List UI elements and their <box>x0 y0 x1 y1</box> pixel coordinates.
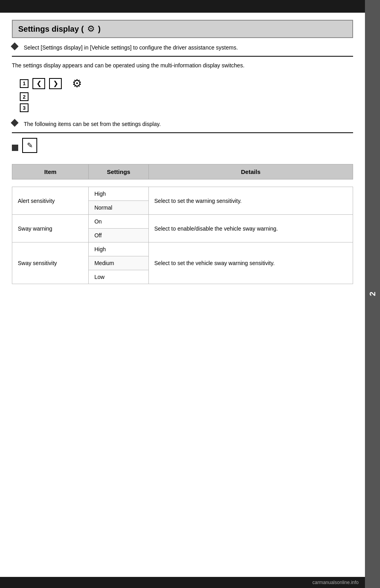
top-bar <box>0 0 365 13</box>
footer: carmanualsonline.info <box>0 577 365 588</box>
num-box-1: 1 <box>20 79 28 88</box>
footer-url: carmanualsonline.info <box>312 580 359 585</box>
spacer-row <box>12 179 353 187</box>
right-arrow-button[interactable]: ❯ <box>49 78 62 89</box>
desc-block-2: The settings display appears and can be … <box>12 61 353 70</box>
table-row-sway-sens-high: Sway sensitivity High Select to set the … <box>12 242 353 256</box>
detail-sway-sensitivity: Select to set the vehicle sway warning s… <box>148 242 353 284</box>
detail-alert-sensitivity: Select to set the warning sensitivity. <box>148 187 353 215</box>
setting-on: On <box>89 215 148 229</box>
desc-text-1: Select [Settings display] in [Vehicle se… <box>24 44 353 52</box>
table-header-row: Item Settings Details <box>12 164 353 179</box>
col-header-settings: Settings <box>89 164 148 179</box>
left-arrow-button[interactable]: ❮ <box>32 78 45 89</box>
second-section: The following items can be set from the … <box>12 120 353 284</box>
setting-high-2: High <box>89 242 148 256</box>
icon-row-item-2: 2 <box>20 92 353 101</box>
detail-sway-warning: Select to enable/disable the vehicle swa… <box>148 215 353 242</box>
item-sway-sensitivity: Sway sensitivity <box>12 242 89 284</box>
item-alert-sensitivity: Alert sensitivity <box>12 187 89 215</box>
section-label: ✎ <box>12 138 353 158</box>
table-row-alert-high: Alert sensitivity High Select to set the… <box>12 187 353 201</box>
col-header-details: Details <box>148 164 353 179</box>
divider-2 <box>12 132 353 133</box>
diamond-icon-1 <box>11 42 19 50</box>
icon-row: 1 ❮ ❯ ⚙ 2 3 <box>12 77 353 112</box>
main-content: Settings display ( ⚙ ) Select [Settings … <box>0 13 365 291</box>
gear-icon-row: ⚙ <box>72 77 82 90</box>
side-tab-number: 2 <box>368 292 377 296</box>
black-square-icon <box>12 145 18 151</box>
num-box-3: 3 <box>20 103 28 112</box>
setting-low: Low <box>89 270 148 284</box>
icon-row-item-3: 3 <box>20 103 353 112</box>
page-title-suffix: ) <box>98 25 101 34</box>
settings-display-header: Settings display ( ⚙ ) <box>12 20 353 38</box>
desc-block-3: The following items can be set from the … <box>12 120 353 128</box>
settings-icon-box: ✎ <box>22 138 37 153</box>
num-box-2: 2 <box>20 92 28 101</box>
diamond-icon-2 <box>11 119 19 127</box>
side-tab: 2 <box>365 0 380 588</box>
desc-block-1: Select [Settings display] in [Vehicle se… <box>12 44 353 52</box>
setting-high: High <box>89 187 148 201</box>
desc-text-3: The following items can be set from the … <box>24 120 353 128</box>
setting-normal: Normal <box>89 201 148 215</box>
divider-1 <box>12 56 353 57</box>
icon-row-item-1: 1 ❮ ❯ ⚙ <box>20 77 353 90</box>
settings-table: Item Settings Details Alert sensitivity … <box>12 164 353 284</box>
col-header-item: Item <box>12 164 89 179</box>
setting-medium: Medium <box>89 256 148 270</box>
setting-off: Off <box>89 229 148 242</box>
pencil-icon: ✎ <box>27 141 33 150</box>
item-sway-warning: Sway warning <box>12 215 89 242</box>
desc-text-2: The settings display appears and can be … <box>12 61 353 70</box>
page-title: Settings display ( <box>18 25 84 34</box>
gear-icon: ⚙ <box>87 24 95 34</box>
table-row-sway-warning-on: Sway warning On Select to enable/disable… <box>12 215 353 229</box>
